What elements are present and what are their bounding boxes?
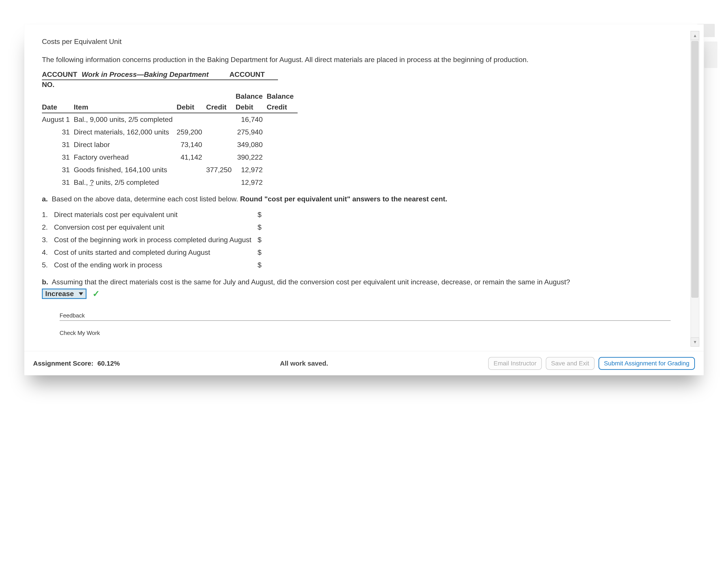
answer-value[interactable]: $ [257, 208, 268, 221]
check-my-work[interactable]: Check My Work [60, 330, 671, 337]
background-panel [704, 41, 717, 68]
table-row: 31 Direct labor 73,140 349,080 [42, 138, 298, 151]
answer-value[interactable]: $ [257, 259, 268, 271]
question-row: 5. Cost of the ending work in process $ [42, 259, 268, 271]
col-debit: Debit [177, 102, 206, 113]
answer-value[interactable]: $ [257, 246, 268, 259]
dropdown-label: Increase [45, 290, 74, 298]
question-row: 4. Cost of units started and completed d… [42, 246, 268, 259]
question-row: 2. Conversion cost per equivalent unit $ [42, 221, 268, 233]
chevron-down-icon [79, 292, 83, 296]
score-value: 60.12% [97, 360, 120, 367]
account-label: ACCOUNT [42, 70, 77, 79]
table-row: 31 Factory overhead 41,142 390,222 [42, 151, 298, 164]
assignment-footer: Assignment Score: 60.12% All work saved.… [24, 351, 704, 375]
account-no-sub: NO. [42, 81, 690, 89]
scrollbar-thumb[interactable] [691, 41, 698, 298]
question-list: 1. Direct materials cost per equivalent … [42, 208, 268, 271]
unknown-units: ? [90, 178, 94, 186]
col-credit: Credit [206, 102, 236, 113]
table-row: August 1 Bal., 9,000 units, 2/5 complete… [42, 113, 298, 126]
col-balance-debit: Debit [236, 102, 267, 113]
scrollbar[interactable]: ▴ ▾ [690, 31, 699, 347]
ledger-heading: ACCOUNT Work in Process—Baking Departmen… [42, 70, 278, 80]
check-icon: ✓ [92, 289, 100, 299]
col-balance-credit: Credit [267, 102, 298, 113]
app-frame: Costs per Equivalent Unit The following … [24, 24, 704, 375]
save-and-exit-button[interactable]: Save and Exit [546, 357, 595, 370]
part-b-label: b. [42, 278, 48, 286]
feedback-header[interactable]: Feedback [60, 312, 671, 321]
scroll-down-button[interactable]: ▾ [690, 337, 699, 347]
score-label: Assignment Score: [33, 360, 93, 367]
email-instructor-button[interactable]: Email Instructor [488, 357, 542, 370]
part-b: b. Assuming that the direct materials co… [42, 278, 690, 286]
account-name: Work in Process—Baking Department [82, 70, 229, 79]
table-row: 31 Direct materials, 162,000 units 259,2… [42, 126, 298, 138]
part-a-bold: Round "cost per equivalent unit" answers… [240, 195, 447, 203]
save-status: All work saved. [280, 360, 328, 367]
table-row: 31 Goods finished, 164,100 units 377,250… [42, 164, 298, 176]
account-no-label: ACCOUNT [229, 70, 278, 79]
page-title: Costs per Equivalent Unit [42, 38, 690, 46]
question-row: 3. Cost of the beginning work in process… [42, 233, 268, 246]
part-a-label: a. [42, 195, 48, 203]
question-row: 1. Direct materials cost per equivalent … [42, 208, 268, 221]
part-a-text: Based on the above data, determine each … [52, 195, 240, 203]
part-b-text: Assuming that the direct materials cost … [52, 278, 570, 286]
scroll-up-button[interactable]: ▴ [690, 31, 699, 40]
ledger-table: Balance Balance Date Item Debit Credit D… [42, 91, 298, 189]
submit-assignment-button[interactable]: Submit Assignment for Grading [599, 357, 695, 370]
table-row: 31 Bal., ? units, 2/5 completed 12,972 [42, 176, 298, 189]
col-item: Item [74, 102, 176, 113]
intro-text: The following information concerns produ… [42, 56, 690, 64]
col-balance-credit-top: Balance [267, 91, 298, 102]
answer-value[interactable]: $ [257, 233, 268, 246]
part-a-lead: a. Based on the above data, determine ea… [42, 195, 690, 203]
part-b-dropdown[interactable]: Increase [42, 289, 86, 299]
content-area: Costs per Equivalent Unit The following … [24, 24, 690, 347]
col-date: Date [42, 102, 74, 113]
col-balance-debit-top: Balance [236, 91, 267, 102]
answer-value[interactable]: $ [257, 221, 268, 233]
